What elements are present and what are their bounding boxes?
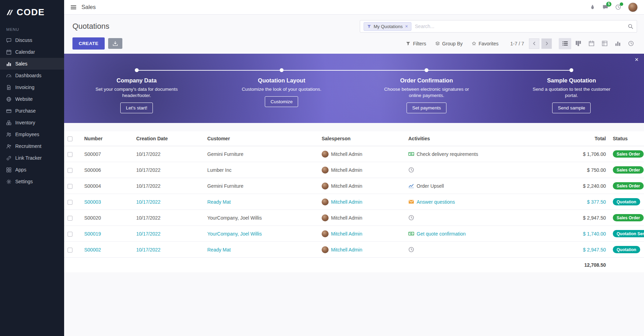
logo[interactable]: CODE — [0, 0, 64, 24]
row-checkbox[interactable] — [68, 216, 72, 221]
cell-customer[interactable]: Lumber Inc — [204, 162, 318, 178]
row-checkbox[interactable] — [68, 184, 72, 189]
sidebar-item-website[interactable]: Website — [0, 93, 64, 105]
cell-activities[interactable] — [405, 242, 547, 258]
sidebar-item-employees[interactable]: Employees — [0, 129, 64, 140]
quotation-row-S00019[interactable]: S0001910/17/2022YourCompany, Joel Willis… — [64, 226, 644, 242]
cell-number[interactable]: S00003 — [81, 194, 133, 210]
row-checkbox[interactable] — [68, 200, 72, 205]
sidebar-item-calendar[interactable]: Calendar — [0, 46, 64, 58]
cell-number[interactable]: S00006 — [81, 162, 133, 178]
sidebar-item-discuss[interactable]: Discuss — [0, 34, 64, 46]
quotation-row-S00003[interactable]: S0000310/17/2022Ready MatMitchell AdminA… — [64, 194, 644, 210]
pager-next-button[interactable] — [541, 38, 552, 49]
filters-button[interactable]: Filters — [402, 39, 429, 48]
quotation-row-S00007[interactable]: S0000710/17/2022Gemini FurnitureMitchell… — [64, 146, 644, 162]
cell-customer[interactable]: Ready Mat — [204, 242, 318, 258]
select-all-checkbox[interactable] — [68, 136, 72, 141]
row-checkbox[interactable] — [68, 152, 72, 157]
cell-customer[interactable]: Ready Mat — [204, 194, 318, 210]
cell-salesperson[interactable]: Mitchell Admin — [318, 194, 405, 210]
favorites-button[interactable]: Favorites — [468, 39, 502, 48]
cell-salesperson[interactable]: Mitchell Admin — [318, 226, 405, 242]
row-checkbox[interactable] — [68, 248, 72, 253]
sidebar-item-inventory[interactable]: Inventory — [0, 117, 64, 129]
cell-number[interactable]: S00019 — [81, 226, 133, 242]
cell-number[interactable]: S00020 — [81, 210, 133, 226]
cell-creation-date[interactable]: 10/17/2022 — [133, 242, 204, 258]
bug-icon[interactable] — [590, 4, 595, 10]
view-activity-button[interactable] — [625, 38, 637, 49]
activity-envelope-icon[interactable] — [408, 199, 414, 205]
cell-activities[interactable] — [405, 162, 547, 178]
activity-clock-icon[interactable] — [408, 247, 414, 253]
header-customer[interactable]: Customer — [204, 131, 318, 146]
cell-salesperson[interactable]: Mitchell Admin — [318, 146, 405, 162]
cell-salesperson[interactable]: Mitchell Admin — [318, 178, 405, 194]
sidebar-item-link-tracker[interactable]: Link Tracker — [0, 152, 64, 164]
cell-customer[interactable]: YourCompany, Joel Willis — [204, 226, 318, 242]
activity-cash-icon[interactable] — [408, 231, 414, 237]
cell-creation-date[interactable]: 10/17/2022 — [133, 178, 204, 194]
step-action-button[interactable]: Customize — [265, 96, 298, 107]
quotation-row-S00020[interactable]: S0002010/17/2022YourCompany, Joel Willis… — [64, 210, 644, 226]
cell-salesperson[interactable]: Mitchell Admin — [318, 162, 405, 178]
sidebar-item-purchase[interactable]: Purchase — [0, 105, 64, 117]
activity-chart-icon[interactable] — [408, 183, 414, 189]
step-action-button[interactable]: Send sample — [552, 103, 591, 113]
activity-clock-icon[interactable] — [408, 167, 414, 173]
pager-prev-button[interactable] — [529, 38, 539, 49]
header-salesperson[interactable]: Salesperson — [318, 131, 405, 146]
view-kanban-button[interactable] — [572, 38, 584, 49]
user-avatar[interactable] — [628, 2, 638, 12]
topbar-app-name[interactable]: Sales — [81, 4, 96, 10]
cell-number[interactable]: S00007 — [81, 146, 133, 162]
cell-activities[interactable]: Answer questions — [405, 194, 547, 210]
cell-creation-date[interactable]: 10/17/2022 — [133, 162, 204, 178]
row-checkbox[interactable] — [68, 168, 72, 173]
quotation-row-S00006[interactable]: S0000610/17/2022Lumber IncMitchell Admin… — [64, 162, 644, 178]
cell-salesperson[interactable]: Mitchell Admin — [318, 242, 405, 258]
header-activities[interactable]: Activities — [405, 131, 547, 146]
cell-activities[interactable]: Check delivery requirements — [405, 146, 547, 162]
step-action-button[interactable]: Let's start! — [120, 103, 153, 113]
create-button[interactable]: CREATE — [72, 37, 105, 50]
cell-number[interactable]: S00004 — [81, 178, 133, 194]
quotation-row-S00002[interactable]: S0000210/17/2022Ready MatMitchell Admin$… — [64, 242, 644, 258]
activity-cash-icon[interactable] — [408, 151, 414, 157]
messages-icon[interactable]: 5 — [602, 4, 608, 10]
cell-customer[interactable]: YourCompany, Joel Willis — [204, 210, 318, 226]
search-input[interactable] — [415, 24, 624, 29]
view-calendar-button[interactable] — [585, 38, 598, 49]
hamburger-icon[interactable] — [70, 4, 77, 10]
banner-close-icon[interactable]: × — [635, 56, 638, 63]
chip-close-icon[interactable]: × — [405, 24, 408, 29]
cell-customer[interactable]: Gemini Furniture — [204, 178, 318, 194]
cell-activities[interactable]: Order Upsell — [405, 178, 547, 194]
cell-number[interactable]: S00002 — [81, 242, 133, 258]
sidebar-item-apps[interactable]: Apps — [0, 164, 64, 176]
cell-activities[interactable] — [405, 210, 547, 226]
cell-creation-date[interactable]: 10/17/2022 — [133, 226, 204, 242]
step-action-button[interactable]: Set payments — [407, 103, 446, 113]
activities-clock-icon[interactable] — [615, 4, 621, 10]
sidebar-item-invoicing[interactable]: Invoicing — [0, 81, 64, 93]
cell-customer[interactable]: Gemini Furniture — [204, 146, 318, 162]
cell-creation-date[interactable]: 10/17/2022 — [133, 146, 204, 162]
cell-creation-date[interactable]: 10/17/2022 — [133, 210, 204, 226]
header-creation-date[interactable]: Creation Date — [133, 131, 204, 146]
cell-activities[interactable]: Get quote confirmation — [405, 226, 547, 242]
sidebar-item-sales[interactable]: Sales — [0, 58, 64, 70]
view-list-button[interactable] — [559, 38, 571, 49]
activity-clock-icon[interactable] — [408, 215, 414, 221]
filter-chip-my-quotations[interactable]: My Quotations × — [364, 22, 411, 31]
groupby-button[interactable]: Group By — [432, 39, 466, 48]
search-icon[interactable] — [628, 24, 633, 29]
cell-salesperson[interactable]: Mitchell Admin — [318, 210, 405, 226]
cell-creation-date[interactable]: 10/17/2022 — [133, 194, 204, 210]
sidebar-item-settings[interactable]: Settings — [0, 176, 64, 187]
export-button[interactable] — [108, 38, 122, 49]
header-total[interactable]: Total — [547, 131, 609, 146]
quotation-row-S00004[interactable]: S0000410/17/2022Gemini FurnitureMitchell… — [64, 178, 644, 194]
sidebar-item-recruitment[interactable]: Recruitment — [0, 140, 64, 152]
